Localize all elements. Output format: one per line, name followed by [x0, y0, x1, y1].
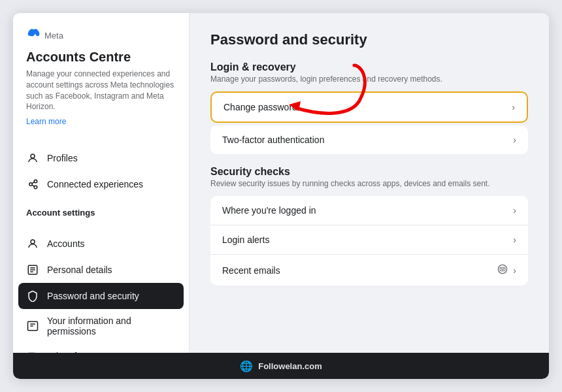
two-factor-chevron: › — [513, 135, 516, 145]
svg-line-4 — [32, 182, 34, 184]
sidebar-item-personal-label: Personal details — [47, 265, 112, 275]
sidebar-title: Accounts Centre — [26, 50, 176, 65]
login-alerts-item[interactable]: Login alerts › — [210, 225, 528, 255]
svg-point-3 — [34, 186, 37, 189]
svg-point-1 — [29, 183, 33, 186]
sidebar: Meta Accounts Centre Manage your connect… — [13, 13, 190, 353]
sidebar-item-password-label: Password and security — [47, 291, 139, 301]
sidebar-header: Meta Accounts Centre Manage your connect… — [13, 26, 189, 135]
account-settings-label: Account settings — [13, 197, 189, 220]
svg-point-2 — [34, 180, 37, 183]
sidebar-item-your-information[interactable]: Your information and permissions — [13, 309, 189, 343]
sidebar-item-personal-details[interactable]: Personal details — [13, 257, 189, 283]
security-checks-card: Where you're logged in › Login alerts › … — [210, 196, 528, 286]
sidebar-item-connected-experiences[interactable]: Connected experiences — [13, 171, 189, 197]
page-title: Password and security — [210, 31, 528, 48]
connected-icon — [26, 178, 39, 191]
meta-logo-text: Meta — [44, 31, 63, 41]
sidebar-nav-top: Profiles Connected experiences — [13, 145, 189, 197]
learn-more-link[interactable]: Learn more — [26, 117, 66, 126]
meta-logo: Meta — [26, 26, 176, 44]
sidebar-item-info-label: Your information and permissions — [47, 316, 176, 336]
svg-point-0 — [31, 154, 35, 158]
login-recovery-subtitle: Manage your passwords, login preferences… — [210, 74, 528, 84]
globe-icon: 🌐 — [240, 360, 253, 372]
security-checks-section: Security checks Review security issues b… — [210, 166, 528, 286]
svg-point-6 — [31, 240, 35, 244]
two-factor-label: Two-factor authentication — [222, 135, 324, 145]
sidebar-item-connected-label: Connected experiences — [47, 179, 143, 189]
person-icon — [26, 152, 39, 165]
sidebar-item-profiles-label: Profiles — [47, 153, 78, 163]
where-logged-in-chevron: › — [513, 205, 516, 216]
login-alerts-label: Login alerts — [222, 235, 269, 245]
sidebar-nav-account: Accounts Personal details — [13, 231, 189, 353]
two-factor-item[interactable]: Two-factor authentication › — [210, 125, 528, 154]
recent-emails-chevron: › — [513, 265, 516, 276]
where-logged-in-item[interactable]: Where you're logged in › — [210, 196, 528, 225]
bottom-bar-text: Followelan.com — [258, 361, 322, 371]
bottom-bar: 🌐 Followelan.com — [13, 353, 549, 379]
sidebar-item-accounts-label: Accounts — [47, 238, 85, 249]
login-recovery-section: Login & recovery Manage your passwords, … — [210, 61, 528, 154]
sidebar-description: Manage your connected experiences and ac… — [26, 69, 176, 112]
sidebar-item-profiles[interactable]: Profiles — [13, 145, 189, 171]
change-password-item[interactable]: Change password › — [210, 91, 528, 123]
login-alerts-chevron: › — [513, 235, 516, 245]
sidebar-item-ad-preferences[interactable]: Ad preferences — [13, 343, 189, 353]
info-icon — [26, 319, 39, 333]
recent-emails-label: Recent emails — [222, 265, 280, 276]
recent-emails-item[interactable]: Recent emails › — [210, 255, 528, 286]
login-recovery-title: Login & recovery — [210, 61, 528, 73]
security-checks-title: Security checks — [210, 166, 528, 178]
shield-icon — [26, 289, 39, 302]
sidebar-item-accounts[interactable]: Accounts — [13, 231, 189, 257]
svg-line-5 — [32, 185, 34, 186]
sidebar-item-password-security[interactable]: Password and security — [18, 283, 184, 309]
meta-logo-icon — [26, 26, 41, 44]
personal-details-icon — [26, 263, 39, 276]
security-checks-subtitle: Review security issues by running checks… — [210, 179, 528, 188]
where-logged-in-label: Where you're logged in — [222, 205, 316, 216]
account-icon — [26, 237, 39, 250]
email-circle-icon — [497, 264, 508, 276]
main-content: Password and security Login & recovery M… — [190, 13, 549, 353]
change-password-label: Change password — [223, 102, 297, 112]
change-password-chevron: › — [512, 102, 515, 112]
